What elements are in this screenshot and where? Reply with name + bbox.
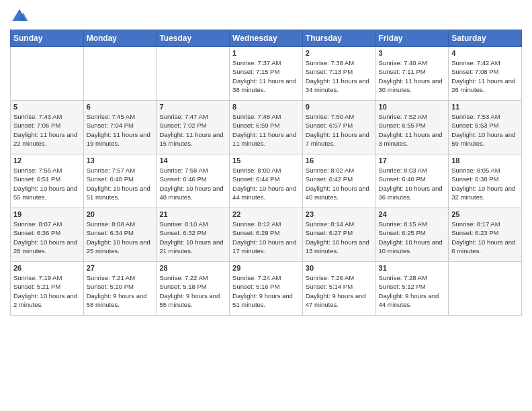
day-number: 30 [306, 264, 373, 272]
day-number: 7 [159, 103, 226, 111]
day-info: Sunrise: 7:45 AMSunset: 7:04 PMDaylight:… [87, 112, 154, 148]
calendar-cell: 20Sunrise: 8:08 AMSunset: 6:34 PMDayligh… [83, 208, 157, 262]
day-number: 10 [379, 103, 446, 111]
day-info: Sunrise: 7:21 AMSunset: 5:20 PMDaylight:… [87, 273, 154, 309]
day-number: 24 [379, 210, 446, 218]
day-number: 12 [13, 156, 81, 165]
day-number: 11 [451, 103, 519, 111]
calendar-cell: 15Sunrise: 8:00 AMSunset: 6:44 PMDayligh… [230, 154, 303, 208]
calendar-cell: 12Sunrise: 7:55 AMSunset: 6:51 PMDayligh… [11, 154, 84, 208]
day-info: Sunrise: 7:42 AMSunset: 7:08 PMDaylight:… [451, 58, 519, 94]
weekday-header-tuesday: Tuesday [157, 30, 230, 47]
day-info: Sunrise: 8:02 AMSunset: 6:42 PMDaylight:… [306, 166, 373, 201]
day-info: Sunrise: 8:15 AMSunset: 6:25 PMDaylight:… [379, 220, 446, 255]
day-number: 8 [232, 103, 300, 111]
calendar-cell: 29Sunrise: 7:24 AMSunset: 5:16 PMDayligh… [230, 262, 303, 316]
calendar-cell: 11Sunrise: 7:53 AMSunset: 6:53 PMDayligh… [449, 101, 522, 154]
day-number: 3 [379, 49, 446, 57]
day-info: Sunrise: 7:52 AMSunset: 6:55 PMDaylight:… [379, 112, 446, 148]
calendar-cell: 17Sunrise: 8:03 AMSunset: 6:40 PMDayligh… [375, 154, 449, 208]
calendar-cell: 23Sunrise: 8:14 AMSunset: 6:27 PMDayligh… [302, 208, 375, 262]
calendar-cell: 14Sunrise: 7:58 AMSunset: 6:46 PMDayligh… [157, 154, 230, 208]
calendar-week-3: 12Sunrise: 7:55 AMSunset: 6:51 PMDayligh… [11, 154, 522, 208]
day-info: Sunrise: 7:37 AMSunset: 7:15 PMDaylight:… [232, 58, 300, 94]
day-info: Sunrise: 7:50 AMSunset: 6:57 PMDaylight:… [306, 112, 373, 148]
day-number: 31 [379, 264, 446, 272]
calendar-cell: 30Sunrise: 7:26 AMSunset: 5:14 PMDayligh… [302, 262, 375, 316]
page: SundayMondayTuesdayWednesdayThursdayFrid… [0, 0, 532, 411]
calendar-cell: 3Sunrise: 7:40 AMSunset: 7:11 PMDaylight… [375, 47, 449, 101]
calendar-cell: 26Sunrise: 7:19 AMSunset: 5:21 PMDayligh… [11, 262, 84, 316]
day-number: 17 [379, 156, 446, 165]
calendar-cell [449, 262, 522, 316]
calendar-table: SundayMondayTuesdayWednesdayThursdayFrid… [10, 30, 522, 316]
day-info: Sunrise: 7:55 AMSunset: 6:51 PMDaylight:… [13, 166, 81, 201]
weekday-header-wednesday: Wednesday [230, 30, 303, 47]
day-info: Sunrise: 8:12 AMSunset: 6:29 PMDaylight:… [232, 220, 300, 255]
day-info: Sunrise: 7:53 AMSunset: 6:53 PMDaylight:… [451, 112, 519, 148]
calendar-cell: 22Sunrise: 8:12 AMSunset: 6:29 PMDayligh… [230, 208, 303, 262]
calendar-cell: 8Sunrise: 7:48 AMSunset: 6:59 PMDaylight… [230, 101, 303, 154]
day-info: Sunrise: 8:05 AMSunset: 6:38 PMDaylight:… [451, 166, 519, 201]
weekday-header-saturday: Saturday [449, 30, 522, 47]
calendar-week-4: 19Sunrise: 8:07 AMSunset: 6:36 PMDayligh… [11, 208, 522, 262]
day-number: 23 [306, 210, 373, 218]
day-number: 6 [87, 103, 154, 111]
day-number: 13 [87, 156, 154, 165]
weekday-header-sunday: Sunday [11, 30, 84, 47]
weekday-header-friday: Friday [375, 30, 449, 47]
calendar-cell: 16Sunrise: 8:02 AMSunset: 6:42 PMDayligh… [302, 154, 375, 208]
day-number: 21 [159, 210, 226, 218]
calendar-cell: 4Sunrise: 7:42 AMSunset: 7:08 PMDaylight… [449, 47, 522, 101]
calendar-cell: 25Sunrise: 8:17 AMSunset: 6:23 PMDayligh… [449, 208, 522, 262]
calendar-cell: 1Sunrise: 7:37 AMSunset: 7:15 PMDaylight… [230, 47, 303, 101]
day-info: Sunrise: 8:14 AMSunset: 6:27 PMDaylight:… [306, 220, 373, 255]
calendar-cell: 7Sunrise: 7:47 AMSunset: 7:02 PMDaylight… [157, 101, 230, 154]
day-info: Sunrise: 7:28 AMSunset: 5:12 PMDaylight:… [379, 273, 446, 309]
day-number: 27 [87, 264, 154, 272]
calendar-cell: 24Sunrise: 8:15 AMSunset: 6:25 PMDayligh… [375, 208, 449, 262]
day-info: Sunrise: 7:47 AMSunset: 7:02 PMDaylight:… [159, 112, 226, 148]
calendar-week-5: 26Sunrise: 7:19 AMSunset: 5:21 PMDayligh… [11, 262, 522, 316]
day-info: Sunrise: 7:38 AMSunset: 7:13 PMDaylight:… [306, 58, 373, 94]
day-number: 20 [87, 210, 154, 218]
calendar-week-2: 5Sunrise: 7:43 AMSunset: 7:06 PMDaylight… [11, 101, 522, 154]
day-number: 15 [232, 156, 300, 165]
weekday-header-row: SundayMondayTuesdayWednesdayThursdayFrid… [11, 30, 522, 47]
day-number: 18 [451, 156, 519, 165]
day-info: Sunrise: 8:07 AMSunset: 6:36 PMDaylight:… [13, 220, 81, 255]
day-info: Sunrise: 7:40 AMSunset: 7:11 PMDaylight:… [379, 58, 446, 94]
day-info: Sunrise: 8:08 AMSunset: 6:34 PMDaylight:… [87, 220, 154, 255]
calendar-cell: 28Sunrise: 7:22 AMSunset: 5:18 PMDayligh… [157, 262, 230, 316]
day-number: 25 [451, 210, 519, 218]
weekday-header-monday: Monday [83, 30, 157, 47]
calendar-cell: 27Sunrise: 7:21 AMSunset: 5:20 PMDayligh… [83, 262, 157, 316]
calendar-cell: 31Sunrise: 7:28 AMSunset: 5:12 PMDayligh… [375, 262, 449, 316]
day-info: Sunrise: 7:43 AMSunset: 7:06 PMDaylight:… [13, 112, 81, 148]
calendar-week-1: 1Sunrise: 7:37 AMSunset: 7:15 PMDaylight… [11, 47, 522, 101]
day-number: 14 [159, 156, 226, 165]
day-number: 26 [13, 264, 81, 272]
logo [10, 7, 32, 26]
day-info: Sunrise: 7:26 AMSunset: 5:14 PMDaylight:… [306, 273, 373, 309]
day-info: Sunrise: 7:48 AMSunset: 6:59 PMDaylight:… [232, 112, 300, 148]
logo-icon [10, 7, 29, 26]
day-info: Sunrise: 7:57 AMSunset: 6:48 PMDaylight:… [87, 166, 154, 201]
weekday-header-thursday: Thursday [302, 30, 375, 47]
day-number: 9 [306, 103, 373, 111]
day-info: Sunrise: 7:22 AMSunset: 5:18 PMDaylight:… [159, 273, 226, 309]
day-info: Sunrise: 7:58 AMSunset: 6:46 PMDaylight:… [159, 166, 226, 201]
day-number: 22 [232, 210, 300, 218]
calendar-cell: 2Sunrise: 7:38 AMSunset: 7:13 PMDaylight… [302, 47, 375, 101]
day-number: 29 [232, 264, 300, 272]
calendar-cell: 10Sunrise: 7:52 AMSunset: 6:55 PMDayligh… [375, 101, 449, 154]
calendar-cell: 6Sunrise: 7:45 AMSunset: 7:04 PMDaylight… [83, 101, 157, 154]
calendar-cell [11, 47, 84, 101]
day-number: 28 [159, 264, 226, 272]
day-number: 5 [13, 103, 81, 111]
day-number: 2 [306, 49, 373, 57]
day-number: 4 [451, 49, 519, 57]
day-info: Sunrise: 7:24 AMSunset: 5:16 PMDaylight:… [232, 273, 300, 309]
calendar-cell: 13Sunrise: 7:57 AMSunset: 6:48 PMDayligh… [83, 154, 157, 208]
header [10, 7, 522, 26]
